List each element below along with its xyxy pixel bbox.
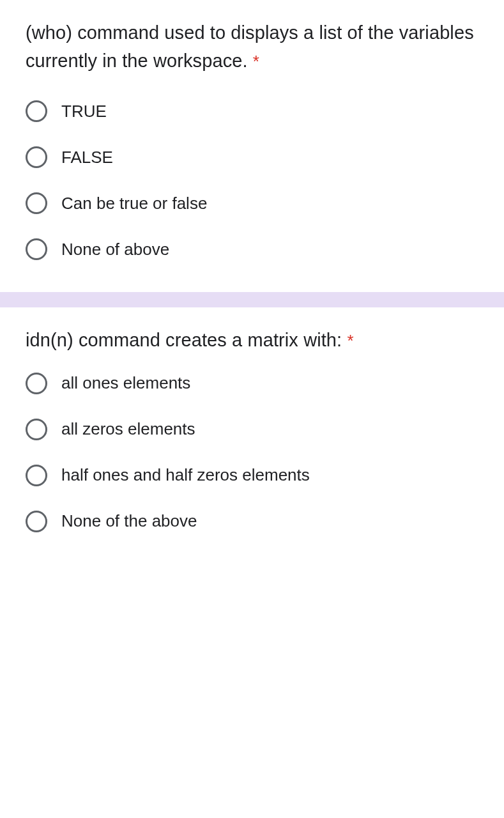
radio-icon	[26, 419, 47, 440]
option-label: FALSE	[61, 148, 113, 167]
radio-option-false[interactable]: FALSE	[26, 146, 478, 168]
radio-icon	[26, 511, 47, 532]
required-indicator: *	[347, 331, 353, 350]
question-text: (who) command used to displays a list of…	[26, 19, 478, 75]
option-label: all ones elements	[61, 373, 190, 393]
radio-icon	[26, 465, 47, 486]
question-prompt: idn(n) command creates a matrix with:	[26, 330, 342, 350]
radio-icon	[26, 146, 47, 168]
option-label: None of the above	[61, 511, 197, 531]
required-indicator: *	[253, 52, 259, 71]
option-label: None of above	[61, 240, 169, 259]
radio-icon	[26, 192, 47, 214]
radio-option-half[interactable]: half ones and half zeros elements	[26, 465, 478, 486]
option-label: half ones and half zeros elements	[61, 465, 310, 485]
question-prompt: (who) command used to displays a list of…	[26, 22, 474, 71]
question-text: idn(n) command creates a matrix with: *	[26, 327, 478, 355]
radio-option-none-above[interactable]: None of the above	[26, 511, 478, 532]
radio-option-true[interactable]: TRUE	[26, 100, 478, 122]
option-label: Can be true or false	[61, 194, 207, 213]
option-label: all zeros elements	[61, 419, 195, 439]
options-group: TRUE FALSE Can be true or false None of …	[26, 100, 478, 260]
options-group: all ones elements all zeros elements hal…	[26, 373, 478, 532]
question-card-2: idn(n) command creates a matrix with: * …	[0, 307, 504, 564]
radio-option-all-zeros[interactable]: all zeros elements	[26, 419, 478, 440]
radio-option-none[interactable]: None of above	[26, 238, 478, 260]
option-label: TRUE	[61, 102, 107, 121]
radio-icon	[26, 373, 47, 394]
radio-icon	[26, 100, 47, 122]
radio-icon	[26, 238, 47, 260]
radio-option-can-be[interactable]: Can be true or false	[26, 192, 478, 214]
radio-option-all-ones[interactable]: all ones elements	[26, 373, 478, 394]
question-card-1: (who) command used to displays a list of…	[0, 0, 504, 292]
section-divider	[0, 292, 504, 307]
